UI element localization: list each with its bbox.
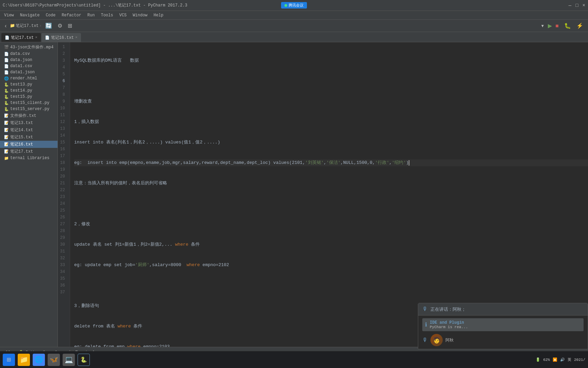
tencent-badge[interactable]: 腾讯会议: [281, 2, 307, 9]
line-num-4: 4: [58, 64, 67, 71]
line-num-35: 35: [58, 275, 67, 282]
menu-navigate[interactable]: Navigate: [17, 12, 43, 18]
menu-help[interactable]: Help: [151, 12, 166, 18]
sidebar-item-test13[interactable]: 🐍 test13.py: [0, 81, 58, 88]
taskbar-pycharm-icon[interactable]: 🐍: [78, 354, 90, 366]
tencent-panel[interactable]: 🎙 正在讲话：阿秋； ℹ IDE and Plugin PyCharm is r…: [418, 303, 588, 349]
menu-vcs[interactable]: VCS: [116, 12, 129, 18]
line-num-2: 2: [58, 50, 67, 57]
sidebar-item-test14[interactable]: 🐍 test14.py: [0, 88, 58, 94]
sidebar-item-data1-json[interactable]: 📄 data1.json: [0, 69, 58, 75]
toolbar-back-button[interactable]: ‹: [3, 21, 9, 30]
run-button[interactable]: ▶: [548, 22, 552, 29]
file-icon: 📄: [4, 70, 9, 75]
sidebar-label-test14: test14.py: [10, 88, 32, 93]
menu-run[interactable]: Run: [85, 12, 98, 18]
sidebar-label-test15-client: test15_client.py: [10, 101, 49, 105]
code-line-1: MySQL数据库的DML语言 数据: [74, 57, 588, 64]
sidebar-item-data1-csv[interactable]: 📄 data1.csv: [0, 63, 58, 69]
line-num-24: 24: [58, 200, 67, 207]
line-num-37: 37: [58, 289, 67, 296]
sidebar-item-note17[interactable]: 📝 笔记17.txt: [0, 148, 58, 155]
title-bar-left: C:\Users\86187\PycharmProjects\untitled]…: [3, 2, 187, 8]
file-icon: 🐍: [4, 82, 9, 87]
sidebar-label-note17: 笔记17.txt: [10, 149, 33, 154]
window-controls[interactable]: — □ ×: [569, 3, 585, 8]
code-line-11: eg: update emp set job='厨师',salary=8000 …: [74, 262, 588, 269]
minimize-button[interactable]: —: [569, 3, 571, 8]
taskbar-folder-icon[interactable]: 📁: [18, 354, 30, 366]
sidebar-item-data-csv[interactable]: 📄 data.csv: [0, 51, 58, 57]
editor-area[interactable]: 1 2 3 4 5 6 7 8 9 10 11 12 13 14 15 16 1…: [58, 42, 588, 347]
close-button[interactable]: ×: [583, 3, 585, 8]
editor-content: 1 2 3 4 5 6 7 8 9 10 11 12 13 14 15 16 1…: [58, 42, 588, 347]
stop-button[interactable]: ■: [553, 21, 561, 30]
sidebar-item-test15[interactable]: 🐍 test15.py: [0, 94, 58, 100]
code-line-8: [74, 200, 588, 207]
sidebar-item-file-ops[interactable]: 📝 文件操作.txt: [0, 112, 58, 119]
dropdown-button[interactable]: ▼: [538, 22, 546, 30]
line-num-25: 25: [58, 207, 67, 214]
tab-note17[interactable]: 📄 笔记17.txt ×: [1, 33, 41, 42]
folder-icon: 📁: [4, 156, 9, 160]
menu-refactor[interactable]: Refactor: [59, 12, 84, 18]
notification-content: IDE and Plugin PyCharm is rea...: [430, 320, 468, 329]
line-num-17: 17: [58, 153, 67, 159]
sidebar-item-data-json[interactable]: 📄 data.json: [0, 57, 58, 63]
sidebar-item-note16[interactable]: 📝 笔记16.txt: [0, 141, 58, 148]
file-icon: 📝: [4, 149, 9, 154]
sidebar-item-note15[interactable]: 📝 笔记15.txt: [0, 134, 58, 141]
line-num-36: 36: [58, 282, 67, 289]
taskbar-browser-icon[interactable]: 🌐: [33, 354, 45, 366]
code-line-12: [74, 282, 588, 289]
line-num-27: 27: [58, 221, 67, 228]
sidebar-item-note13[interactable]: 📝 笔记13.txt: [0, 119, 58, 126]
tab-close-note16[interactable]: ×: [75, 35, 78, 40]
file-icon: 📝: [4, 128, 9, 132]
sidebar-item-render-html[interactable]: 🌐 render.html: [0, 75, 58, 81]
menu-code[interactable]: Code: [43, 12, 58, 18]
code-area[interactable]: MySQL数据库的DML语言 数据 增删改查 1，插入数据 insert int…: [70, 42, 588, 347]
taskbar-battery-icon: 🔋: [536, 357, 540, 362]
sidebar-item-note14[interactable]: 📝 笔记14.txt: [0, 126, 58, 134]
sidebar-item-ternal-libs[interactable]: 📁 ternal Libraries: [0, 155, 58, 161]
line-num-28: 28: [58, 228, 67, 234]
tab-note16[interactable]: 📄 笔记16.txt ×: [42, 33, 81, 42]
title-bar-center: 腾讯会议: [281, 2, 307, 9]
menu-tools[interactable]: Tools: [98, 12, 116, 18]
sync-button[interactable]: 🔄: [43, 21, 54, 30]
menu-view[interactable]: View: [1, 12, 17, 18]
sidebar-item-mp4[interactable]: 🎬 43-json文件操作.mp4: [0, 44, 58, 51]
settings-button[interactable]: ⚙: [55, 21, 64, 30]
sidebar-label-ternal-libs: ternal Libraries: [10, 156, 49, 160]
sidebar-label-mp4: 43-json文件操作.mp4: [10, 44, 53, 50]
sidebar-item-test15-server[interactable]: 🐍 test15_server.py: [0, 106, 58, 112]
sidebar-label-data-json: data.json: [10, 58, 32, 62]
breadcrumb: 📁 笔记17.txt ›: [10, 23, 42, 29]
taskbar-lang: 英: [568, 357, 571, 362]
code-line-5: insert into 表名(列名1，列名2，....) values(值1，值…: [74, 139, 588, 146]
line-num-15: 15: [58, 139, 67, 146]
debug-button[interactable]: 🐛: [562, 21, 573, 30]
mic-icon: 🎙: [422, 306, 428, 312]
toolbar: ‹ 📁 笔记17.txt › 🔄 ⚙ ⊞ ▼ ▶ ■ 🐛 ⚡: [0, 20, 588, 32]
sidebar-item-test15-client[interactable]: 🐍 test15_client.py: [0, 100, 58, 106]
maximize-button[interactable]: □: [575, 3, 578, 8]
taskbar-windows-icon[interactable]: ⊞: [3, 354, 15, 366]
sidebar-label-test13: test13.py: [10, 82, 32, 87]
sidebar-label-note16: 笔记16.txt: [10, 141, 33, 147]
tab-icon-note16: 📄: [45, 35, 50, 40]
file-icon: 🌐: [4, 76, 9, 81]
tab-close-note17[interactable]: ×: [35, 35, 37, 40]
file-icon: 📄: [4, 64, 9, 68]
notification-title: IDE and Plugin: [430, 320, 468, 325]
line-num-14: 14: [58, 132, 67, 139]
taskbar-butterfly-icon[interactable]: 🦋: [48, 354, 60, 366]
line-num-3: 3: [58, 57, 67, 64]
expand-button[interactable]: ⊞: [66, 21, 74, 30]
taskbar-laptop-icon[interactable]: 💻: [63, 354, 75, 366]
file-icon: 📝: [4, 135, 9, 139]
profile-button[interactable]: ⚡: [574, 21, 585, 30]
menu-window[interactable]: Window: [130, 12, 150, 18]
line-num-11: 11: [58, 112, 67, 119]
